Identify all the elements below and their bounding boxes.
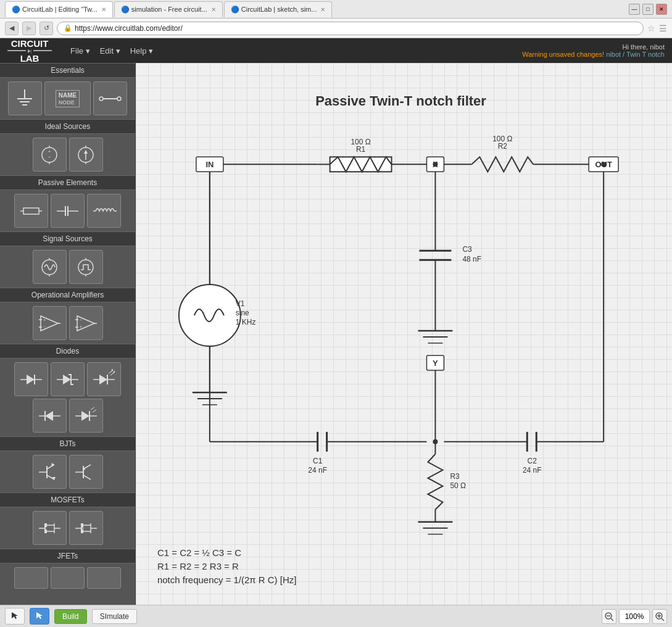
sidebar-item-opamp-inv[interactable]: − + bbox=[69, 306, 103, 340]
svg-marker-60 bbox=[45, 411, 53, 421]
tab-close-3[interactable]: ✕ bbox=[320, 6, 325, 13]
sidebar-item-nmos[interactable] bbox=[33, 511, 67, 545]
v1-circle bbox=[179, 284, 241, 346]
menu-file[interactable]: File ▾ bbox=[70, 46, 90, 56]
sidebar-section-bjts: BJTs bbox=[0, 436, 135, 451]
back-button[interactable]: ◀ bbox=[5, 22, 19, 35]
r1-label: R1 bbox=[356, 145, 366, 154]
sidebar-item-npn[interactable] bbox=[33, 455, 67, 489]
diode-items bbox=[0, 359, 135, 436]
sidebar-item-jfet1[interactable] bbox=[14, 567, 48, 589]
ideal-sources-items: + − bbox=[0, 134, 135, 175]
refresh-button[interactable]: ↺ bbox=[39, 22, 53, 35]
browser-frame: 🔵 CircuitLab | Editing "Tw... ✕ 🔵 simula… bbox=[0, 0, 672, 627]
sidebar-item-current-source[interactable] bbox=[69, 138, 103, 172]
sidebar-item-resistor[interactable] bbox=[14, 194, 48, 228]
sidebar-section-ideal-sources: Ideal Sources bbox=[0, 119, 135, 134]
canvas-area[interactable]: Passive Twin-T notch filter IN OUT X bbox=[136, 63, 672, 605]
svg-text:−: − bbox=[43, 325, 46, 329]
svg-line-79 bbox=[83, 475, 91, 480]
svg-line-103 bbox=[662, 618, 664, 621]
c3-value: 48 nF bbox=[462, 255, 481, 264]
circuit-title: Passive Twin-T notch filter bbox=[315, 93, 486, 109]
title-bar: 🔵 CircuitLab | Editing "Tw... ✕ 🔵 simula… bbox=[0, 0, 672, 19]
sidebar-item-ground[interactable] bbox=[8, 81, 42, 115]
sidebar-item-led[interactable] bbox=[87, 362, 121, 396]
forward-button[interactable]: ▶ bbox=[22, 22, 36, 35]
simulate-button[interactable]: SImulate bbox=[92, 609, 137, 624]
tab-3[interactable]: 🔵 CircuitLab | sketch, sim... ✕ bbox=[224, 1, 333, 17]
sidebar-item-voltage-source[interactable]: + − bbox=[33, 138, 67, 172]
svg-line-56 bbox=[110, 372, 115, 375]
eq3: notch frequency = 1/(2π R C) [Hz] bbox=[157, 575, 296, 585]
sidebar-item-ac-source[interactable] bbox=[33, 250, 67, 284]
tab-close-1[interactable]: ✕ bbox=[101, 6, 106, 13]
svg-text:+: + bbox=[48, 149, 51, 154]
browser-menu-button[interactable]: ☰ bbox=[659, 23, 667, 33]
svg-text:−: − bbox=[48, 154, 51, 160]
sidebar-item-zener[interactable] bbox=[51, 362, 85, 396]
zoom-area: 100% bbox=[602, 609, 667, 624]
svg-marker-97 bbox=[12, 612, 18, 619]
v1-label: V1 bbox=[236, 299, 245, 308]
essentials-items: NAMENODE bbox=[0, 78, 135, 119]
sidebar-item-jfet2[interactable] bbox=[51, 567, 85, 589]
in-node-label: IN bbox=[205, 160, 214, 169]
svg-line-67 bbox=[91, 407, 94, 410]
sidebar-item-capacitor[interactable] bbox=[51, 194, 85, 228]
select-button[interactable] bbox=[30, 608, 49, 625]
sidebar-section-diodes: Diodes bbox=[0, 344, 135, 359]
minimize-button[interactable]: — bbox=[629, 4, 640, 15]
close-button[interactable]: ✕ bbox=[656, 4, 667, 15]
r1-value: 100 Ω bbox=[351, 138, 370, 146]
tab-1[interactable]: 🔵 CircuitLab | Editing "Tw... ✕ bbox=[5, 1, 113, 17]
svg-text:−: − bbox=[80, 318, 82, 322]
tab-2[interactable]: 🔵 simulation - Free circuit... ✕ bbox=[114, 1, 223, 17]
tab-close-2[interactable]: ✕ bbox=[211, 6, 216, 13]
sidebar-item-opamp-noninv[interactable]: + − bbox=[33, 306, 67, 340]
y-node-label: Y bbox=[433, 359, 438, 368]
build-button[interactable]: Build bbox=[54, 609, 87, 624]
zoom-out-button[interactable] bbox=[602, 609, 616, 624]
c2-value: 24 nF bbox=[523, 466, 542, 475]
svg-point-29 bbox=[78, 260, 93, 275]
bottom-toolbar: Build SImulate 100% bbox=[0, 605, 672, 627]
sidebar-section-signal: Signal Sources bbox=[0, 231, 135, 246]
r3-value: 50 Ω bbox=[450, 481, 466, 490]
svg-line-68 bbox=[93, 410, 96, 412]
logo-lab: LAB bbox=[20, 54, 39, 63]
sidebar-item-namenode[interactable]: NAMENODE bbox=[44, 81, 91, 115]
svg-marker-64 bbox=[81, 411, 89, 421]
sidebar-item-pmos[interactable] bbox=[69, 511, 103, 545]
bookmark-button[interactable]: ☆ bbox=[647, 23, 655, 33]
menu-help[interactable]: Help ▾ bbox=[130, 46, 153, 56]
v1-freq: 1 KHz bbox=[236, 318, 256, 326]
svg-text:+: + bbox=[43, 318, 46, 322]
sidebar-item-diode[interactable] bbox=[14, 362, 48, 396]
user-info: Hi there, nibot Warning unsaved changes!… bbox=[522, 43, 665, 58]
signal-items bbox=[0, 246, 135, 288]
c1-value: 24 nF bbox=[308, 466, 327, 475]
url-input[interactable]: 🔒 https://www.circuitlab.com/editor/ bbox=[57, 22, 644, 35]
r2-zigzag bbox=[471, 157, 533, 172]
mosfet-items bbox=[0, 507, 135, 549]
c2-label: C2 bbox=[528, 457, 537, 465]
zoom-in-button[interactable] bbox=[652, 609, 667, 624]
menu-edit[interactable]: Edit ▾ bbox=[100, 46, 120, 56]
svg-marker-49 bbox=[63, 375, 71, 384]
circuit-container: Passive Twin-T notch filter IN OUT X bbox=[136, 63, 672, 605]
sidebar-item-pulse-source[interactable] bbox=[69, 250, 103, 284]
logo: CIRCUIT ▶| LAB bbox=[7, 39, 52, 63]
app-header: CIRCUIT ▶| LAB File ▾ Edit ▾ Help ▾ Hi t… bbox=[0, 38, 672, 63]
sidebar-item-pnp-diode[interactable] bbox=[33, 399, 67, 433]
pointer-button[interactable] bbox=[5, 608, 25, 625]
sidebar-item-jfet3[interactable] bbox=[87, 567, 121, 589]
svg-line-71 bbox=[47, 465, 54, 469]
sidebar-item-wire[interactable] bbox=[93, 81, 127, 115]
c1-label: C1 bbox=[313, 457, 323, 465]
sidebar-item-inductor[interactable] bbox=[87, 194, 121, 228]
sidebar-item-pnp[interactable] bbox=[69, 455, 103, 489]
svg-marker-52 bbox=[99, 375, 107, 384]
sidebar-item-diode-extra[interactable] bbox=[69, 399, 103, 433]
maximize-button[interactable]: □ bbox=[642, 4, 653, 15]
